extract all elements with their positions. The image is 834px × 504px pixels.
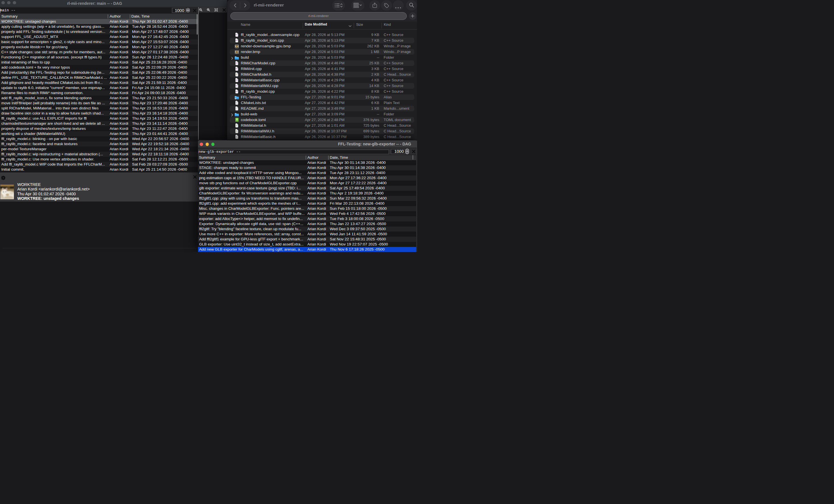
svg-text:h: h <box>236 124 237 127</box>
svg-text:c++: c++ <box>236 91 238 92</box>
svg-text:c++: c++ <box>236 62 238 64</box>
svg-text:c++: c++ <box>236 40 238 41</box>
svg-text:T: T <box>236 118 237 120</box>
svg-text:h: h <box>236 130 237 133</box>
svg-text:c++: c++ <box>236 34 238 36</box>
svg-text:h: h <box>236 136 237 138</box>
svg-text:c++: c++ <box>236 68 238 69</box>
svg-text:c++: c++ <box>236 79 238 81</box>
svg-text:c++: c++ <box>236 85 238 87</box>
svg-text:h: h <box>236 73 237 76</box>
